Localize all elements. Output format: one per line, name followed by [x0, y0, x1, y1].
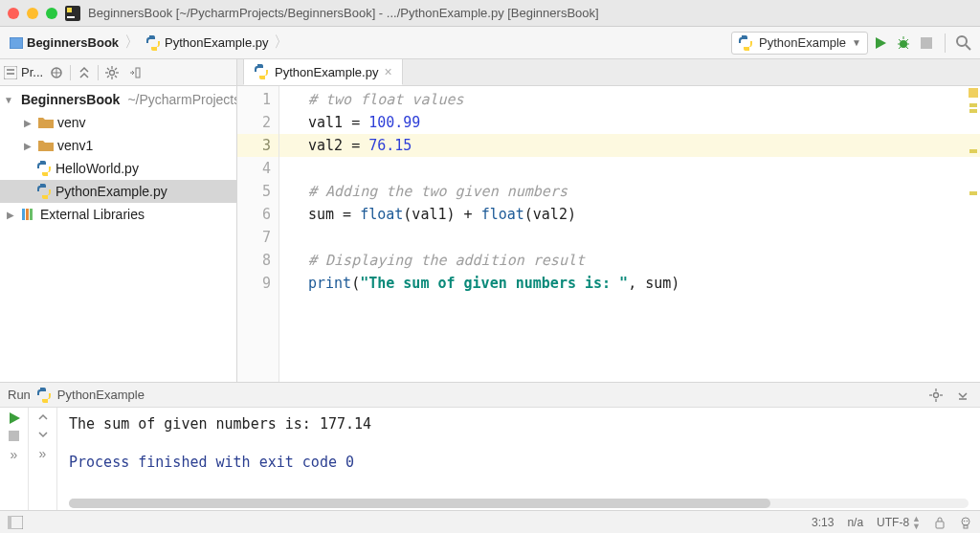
- gutter-line-number[interactable]: 3: [237, 134, 278, 157]
- collapse-all-button[interactable]: [75, 63, 94, 82]
- close-window-button[interactable]: [8, 8, 19, 19]
- editor-tabstrip: PythonExample.py ×: [237, 59, 980, 86]
- gutter-line-number[interactable]: 9: [237, 272, 271, 295]
- separator: [945, 33, 946, 53]
- maximize-window-button[interactable]: [46, 8, 57, 19]
- editor-gutter[interactable]: 123456789: [237, 86, 279, 382]
- svg-line-12: [906, 47, 908, 49]
- code-line[interactable]: # Adding the two given numbers: [308, 180, 980, 203]
- editor-error-stripe[interactable]: [967, 86, 980, 382]
- code-line[interactable]: [308, 157, 980, 180]
- scope-selector-button[interactable]: [47, 63, 66, 82]
- tree-file[interactable]: HelloWorld.py: [0, 157, 236, 180]
- tool-windows-toggle[interactable]: [8, 516, 23, 529]
- tree-root[interactable]: ▼ BeginnersBook ~/PycharmProjects/Beginn…: [0, 88, 236, 111]
- tree-folder[interactable]: ▶venv: [0, 111, 236, 134]
- stripe-mark[interactable]: [969, 109, 977, 113]
- breadcrumb-project[interactable]: BeginnersBook: [27, 35, 119, 50]
- gutter-line-number[interactable]: 5: [237, 180, 271, 203]
- code-line[interactable]: [308, 226, 980, 249]
- minimize-window-button[interactable]: [27, 8, 38, 19]
- step-up-button[interactable]: [37, 411, 49, 423]
- scrollbar-thumb[interactable]: [69, 499, 770, 508]
- svg-rect-17: [7, 69, 14, 71]
- code-editor[interactable]: 123456789 # two float valuesval1 = 100.9…: [237, 86, 980, 382]
- editor-area: PythonExample.py × 123456789 # two float…: [237, 59, 980, 382]
- stop-button[interactable]: [916, 33, 937, 54]
- search-button[interactable]: [953, 33, 974, 54]
- more-run-actions-button[interactable]: »: [11, 447, 18, 462]
- status-indent[interactable]: n/a: [847, 516, 863, 529]
- folder-icon: [38, 116, 54, 129]
- status-inspector-icon[interactable]: [959, 516, 972, 529]
- code-line[interactable]: print("The sum of given numbers is: ", s…: [308, 272, 980, 295]
- tree-twisty-icon[interactable]: ▶: [21, 116, 34, 129]
- gutter-line-number[interactable]: 8: [237, 249, 271, 272]
- gutter-line-number[interactable]: 2: [237, 111, 271, 134]
- stripe-mark[interactable]: [969, 149, 977, 153]
- svg-marker-4: [876, 37, 886, 49]
- run-config-name[interactable]: PythonExample: [57, 388, 145, 402]
- gutter-line-number[interactable]: 7: [237, 226, 271, 249]
- console-output-line: The sum of given numbers is: 177.14: [69, 413, 969, 434]
- folder-icon: [38, 139, 54, 152]
- breadcrumb: BeginnersBook 〉 PythonExample.py 〉: [6, 31, 295, 55]
- gutter-line-number[interactable]: 4: [237, 157, 271, 180]
- code-line[interactable]: val1 = 100.99: [308, 111, 980, 134]
- editor-tab-label: PythonExample.py: [275, 65, 378, 79]
- tree-file[interactable]: PythonExample.py: [0, 180, 236, 203]
- window-controls: [8, 8, 57, 19]
- run-console[interactable]: The sum of given numbers is: 177.14 Proc…: [57, 408, 980, 510]
- svg-point-47: [962, 518, 969, 525]
- breadcrumb-sep-icon: 〉: [122, 33, 142, 53]
- svg-line-11: [899, 47, 901, 49]
- stripe-mark[interactable]: [969, 191, 977, 195]
- svg-line-15: [966, 45, 970, 50]
- debug-button[interactable]: [893, 33, 914, 54]
- code-content[interactable]: # two float valuesval1 = 100.99val2 = 76…: [279, 86, 980, 382]
- python-file-icon: [36, 388, 52, 403]
- editor-tab[interactable]: PythonExample.py ×: [243, 58, 403, 85]
- svg-rect-50: [964, 525, 968, 528]
- tree-folder[interactable]: ▶venv1: [0, 134, 236, 157]
- chevron-updown-icon: ▲▼: [912, 515, 921, 530]
- close-tab-button[interactable]: ×: [384, 64, 391, 79]
- svg-line-10: [906, 39, 908, 41]
- run-button[interactable]: [870, 33, 891, 54]
- project-icon: [4, 66, 17, 79]
- run-settings-button[interactable]: [926, 386, 946, 405]
- step-down-button[interactable]: [37, 429, 49, 440]
- status-caret-position[interactable]: 3:13: [812, 516, 834, 529]
- svg-point-48: [964, 520, 966, 522]
- stripe-mark[interactable]: [969, 103, 977, 107]
- gutter-line-number[interactable]: 6: [237, 203, 271, 226]
- tree-twisty-icon[interactable]: ▶: [4, 208, 17, 221]
- external-libraries-label: External Libraries: [40, 207, 145, 222]
- code-line[interactable]: val2 = 76.15: [279, 134, 980, 157]
- tree-item-label: venv1: [57, 138, 93, 153]
- project-tree[interactable]: ▼ BeginnersBook ~/PycharmProjects/Beginn…: [0, 86, 236, 382]
- breadcrumb-file[interactable]: PythonExample.py: [165, 35, 268, 50]
- console-horizontal-scrollbar[interactable]: [69, 499, 969, 508]
- hide-tool-window-button[interactable]: [125, 63, 145, 82]
- hide-run-tool-button[interactable]: [953, 386, 972, 405]
- tree-twisty-open-icon[interactable]: ▼: [4, 93, 13, 106]
- code-line[interactable]: # two float values: [308, 88, 980, 111]
- status-lock-icon[interactable]: [934, 516, 946, 529]
- external-libraries[interactable]: ▶ External Libraries: [0, 203, 236, 226]
- tree-twisty-icon[interactable]: ▶: [21, 139, 34, 152]
- breadcrumb-sep-icon: 〉: [272, 33, 291, 53]
- project-tool-title[interactable]: Pr...: [21, 65, 43, 79]
- rerun-button[interactable]: [8, 411, 21, 425]
- status-encoding[interactable]: UTF-8 ▲▼: [877, 515, 921, 530]
- settings-gear-button[interactable]: [102, 63, 122, 82]
- run-config-selector[interactable]: PythonExample ▼: [731, 32, 868, 55]
- code-line[interactable]: sum = float(val1) + float(val2): [308, 203, 980, 226]
- more-step-actions-button[interactable]: »: [39, 446, 47, 461]
- stop-run-button[interactable]: [9, 431, 19, 441]
- svg-rect-43: [9, 431, 19, 441]
- run-tool-title[interactable]: Run: [8, 388, 31, 402]
- warning-indicator-icon[interactable]: [969, 88, 978, 98]
- gutter-line-number[interactable]: 1: [237, 88, 271, 111]
- code-line[interactable]: # Displaying the addition result: [308, 249, 980, 272]
